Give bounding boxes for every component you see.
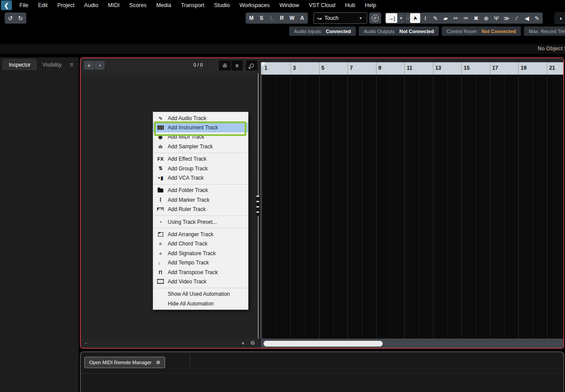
menu-vst-cloud[interactable]: VST Cloud (304, 0, 340, 10)
menu-midi[interactable]: MIDI (103, 0, 124, 10)
menu-item-add-vca-track[interactable]: ‣▮Add VCA Track (153, 173, 248, 182)
menu-item-add-video-track[interactable]: Add Video Track (153, 277, 248, 286)
menu-item-hide-all-automation[interactable]: Hide All Automation (153, 299, 248, 308)
menu-transport[interactable]: Transport (176, 0, 209, 10)
folder-shape (158, 188, 163, 192)
play-order-tool-icon[interactable]: ≫ (501, 13, 512, 23)
menu-scores[interactable]: Scores (124, 0, 151, 10)
color-tool-icon[interactable]: ✎ (532, 13, 542, 23)
mute-glyph: ✖ (474, 15, 478, 22)
track-list-settings-icon[interactable]: ≡ (231, 60, 243, 71)
glue-tool-icon[interactable]: ✑ (461, 13, 471, 23)
audition-tool-icon[interactable]: ◀ (522, 13, 532, 23)
menu-item-add-instrument-track[interactable]: Add Instrument Track (153, 123, 248, 132)
menu-item-add-midi-track[interactable]: ◉Add MIDI Track (153, 132, 248, 142)
cubase-logo-icon[interactable]: ❮ (1, 0, 12, 10)
line-glyph: ∕ (516, 15, 517, 22)
color-menu-icon[interactable]: ◑ (555, 13, 565, 23)
use-track-preset-button[interactable]: ◔ (94, 61, 105, 70)
global-m-button[interactable]: M (246, 13, 256, 23)
menu-item-add-effect-track[interactable]: FXAdd Effect Track (153, 155, 248, 164)
color-glyph: ✎ (535, 15, 539, 22)
scrollbar-thumb[interactable] (264, 341, 383, 347)
menu-item-add-ruler-track[interactable]: Add Ruler Track (153, 205, 248, 214)
global-w-button[interactable]: W (287, 13, 297, 23)
menu-item-label: Add Signature Track (168, 250, 216, 256)
global-l-button[interactable]: L (267, 13, 277, 23)
add-track-context-menu: ∿Add Audio TrackAdd Instrument Track◉Add… (153, 112, 249, 310)
find-tracks-button[interactable] (246, 60, 257, 71)
edit-channel-icon[interactable]: e (372, 15, 379, 22)
tab-visibility[interactable]: Visibility (37, 60, 67, 70)
global-s-button[interactable]: S (256, 13, 267, 23)
event-display-area[interactable] (261, 75, 564, 339)
menu-item-add-group-track[interactable]: ⇅Add Group Track (153, 164, 248, 173)
color-menu-group: ◑ (554, 12, 565, 24)
menu-item-add-signature-track[interactable]: ÷Add Signature Track (153, 249, 248, 258)
menu-item-add-transpose-track[interactable]: ПAdd Transpose Track (153, 268, 248, 277)
status-audio-inputs[interactable]: Audio InputsConnected (289, 26, 356, 36)
panel-menu-icon[interactable]: = (67, 59, 76, 70)
video-shape (157, 279, 164, 284)
add-track-button[interactable]: + (84, 61, 94, 70)
split-tool-icon[interactable]: ✂ (451, 13, 461, 23)
playhead-marker[interactable] (261, 62, 266, 68)
menu-audio[interactable]: Audio (79, 0, 103, 10)
range-selection-tool-icon[interactable]: I (420, 13, 430, 23)
grip-tool-icon[interactable]: ∷ (405, 13, 410, 23)
menu-item-add-chord-track[interactable]: ≡Add Chord Track (153, 239, 248, 249)
menu-file[interactable]: File (15, 0, 33, 10)
menu-item-label: Add MIDI Track (168, 134, 204, 140)
marker-icon: Ī (153, 197, 168, 203)
timeline-ruler[interactable]: 13579111315171921 (261, 62, 564, 75)
menu-item-add-tempo-track[interactable]: ♩Add Tempo Track (153, 258, 248, 267)
menu-hub[interactable]: Hub (340, 0, 360, 10)
redo-button[interactable]: ↻ (15, 13, 26, 23)
menu-help[interactable]: Help (360, 0, 381, 10)
zoom-tool-icon[interactable]: ⊕ (481, 13, 491, 23)
menu-item-using-track-preset-[interactable]: ◔Using Track Preset... (153, 217, 248, 226)
instrument-shape (158, 125, 164, 130)
mute-tool-icon[interactable]: ✖ (471, 13, 481, 23)
menu-edit[interactable]: Edit (33, 0, 53, 10)
object-selection-tool-icon[interactable]: ➤ (410, 13, 420, 23)
autoscroll-button[interactable]: →| (386, 13, 397, 23)
horizontal-scrollbar[interactable]: ❮ (261, 339, 564, 349)
splitter-handle[interactable] (256, 196, 259, 216)
status-max-record-time[interactable]: Max. Record Time113 ho (524, 26, 565, 36)
menu-item-add-marker-track[interactable]: ĪAdd Marker Track (153, 195, 248, 204)
menu-workspaces[interactable]: Workspaces (234, 0, 275, 10)
open-midi-remote-manager-button[interactable]: Open MIDI Remote Manager ⚙ (84, 357, 165, 368)
range-selection-glyph: I (425, 15, 426, 22)
status-control-room[interactable]: Control RoomNot Connected (442, 26, 521, 36)
hand-glyph: Ψ (494, 15, 499, 22)
autoscroll-options-button[interactable]: ▼ (397, 13, 405, 23)
menu-item-add-audio-track[interactable]: ∿Add Audio Track (153, 113, 248, 123)
menu-window[interactable]: Window (275, 0, 304, 10)
line-tool-icon[interactable]: ∕ (512, 13, 522, 23)
track-scale-gear-icon[interactable]: ⚙ (250, 340, 255, 346)
object-selection-glyph: ➤ (411, 15, 419, 21)
menu-studio[interactable]: Studio (209, 0, 234, 10)
track-scale-caret-icon[interactable]: ▼ (241, 341, 245, 346)
global-r-button[interactable]: R (277, 13, 287, 23)
tab-inspector[interactable]: Inspector (3, 59, 37, 70)
menu-item-add-sampler-track[interactable]: ılıAdd Sampler Track (153, 142, 248, 151)
menu-media[interactable]: Media (151, 0, 176, 10)
menu-item-show-all-used-automation[interactable]: Show All Used Automation (153, 290, 248, 299)
automation-mode-select[interactable]: ↝ Touch ▼ (313, 12, 367, 24)
menu-item-label: Using Track Preset... (168, 219, 217, 225)
menu-project[interactable]: Project (53, 0, 79, 10)
zoom-out-tracks-icon[interactable]: - (85, 340, 87, 346)
undo-button[interactable]: ↺ (5, 13, 15, 23)
erase-tool-icon[interactable]: ▰ (441, 13, 451, 23)
hand-tool-icon[interactable]: Ψ (491, 13, 501, 23)
menu-item-add-folder-track[interactable]: Add Folder Track (153, 186, 248, 195)
menu-item-add-arranger-track[interactable]: Add Arranger Track (153, 230, 248, 239)
status-audio-outputs[interactable]: Audio OutputsNot Connected (359, 26, 439, 36)
visibility-agents-icon[interactable]: ✇ (219, 60, 231, 71)
global-a-button[interactable]: A (297, 13, 307, 23)
draw-tool-icon[interactable]: ✎ (430, 13, 441, 23)
menu-item-label: Add Ruler Track (168, 206, 206, 212)
menu-item-label: Add Effect Track (168, 156, 207, 162)
